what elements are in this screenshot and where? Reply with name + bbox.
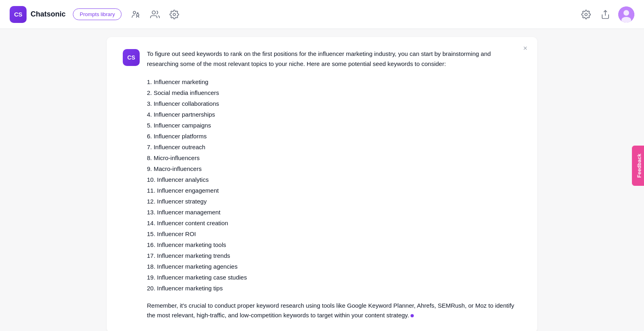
header-nav-icons bbox=[130, 8, 180, 21]
typing-indicator bbox=[411, 314, 414, 317]
svg-point-2 bbox=[152, 11, 155, 14]
svg-point-4 bbox=[585, 13, 587, 16]
message-intro: To figure out seed keywords to rank on t… bbox=[147, 49, 521, 69]
list-item: 20. Influencer marketing tips bbox=[147, 283, 521, 294]
settings-right-icon[interactable] bbox=[580, 8, 592, 21]
list-item: 10. Influencer analytics bbox=[147, 174, 521, 185]
svg-point-3 bbox=[173, 13, 175, 16]
message-footer: Remember, it's crucial to conduct proper… bbox=[147, 301, 521, 321]
svg-point-0 bbox=[133, 11, 136, 14]
message-body: To figure out seed keywords to rank on t… bbox=[147, 49, 521, 321]
header-right bbox=[580, 6, 634, 23]
bot-avatar: CS bbox=[123, 49, 140, 66]
prompts-library-button[interactable]: Prompts library bbox=[73, 8, 122, 20]
list-item: 14. Influencer content creation bbox=[147, 218, 521, 228]
feedback-tab[interactable]: Feedback bbox=[632, 146, 644, 186]
list-item: 19. Influencer marketing case studies bbox=[147, 272, 521, 283]
main-content: × CS To figure out seed keywords to rank… bbox=[0, 29, 644, 331]
persona-icon[interactable] bbox=[130, 8, 142, 21]
message-row: CS To figure out seed keywords to rank o… bbox=[123, 49, 521, 321]
list-item: 6. Influencer platforms bbox=[147, 131, 521, 142]
list-item: 11. Influencer engagement bbox=[147, 185, 521, 196]
list-item: 18. Influencer marketing agencies bbox=[147, 261, 521, 272]
list-item: 8. Micro-influencers bbox=[147, 152, 521, 163]
list-item: 16. Influencer marketing tools bbox=[147, 239, 521, 250]
list-item: 3. Influencer collaborations bbox=[147, 98, 521, 109]
svg-point-1 bbox=[136, 14, 139, 16]
list-item: 12. Influencer strategy bbox=[147, 196, 521, 207]
avatar[interactable] bbox=[618, 6, 634, 23]
keyword-list: 1. Influencer marketing2. Social media i… bbox=[147, 76, 521, 294]
list-item: 17. Influencer marketing trends bbox=[147, 250, 521, 261]
list-item: 9. Macro-influencers bbox=[147, 163, 521, 174]
list-item: 1. Influencer marketing bbox=[147, 76, 521, 87]
list-item: 5. Influencer campaigns bbox=[147, 120, 521, 131]
chat-panel: × CS To figure out seed keywords to rank… bbox=[107, 37, 537, 331]
list-item: 4. Influencer partnerships bbox=[147, 109, 521, 120]
app-header: CS Chatsonic Prompts library bbox=[0, 0, 644, 29]
gear-icon[interactable] bbox=[168, 8, 180, 21]
close-button[interactable]: × bbox=[520, 43, 531, 54]
list-item: 7. Influencer outreach bbox=[147, 142, 521, 152]
list-item: 13. Influencer management bbox=[147, 207, 521, 218]
app-logo: CS bbox=[10, 6, 27, 23]
list-item: 2. Social media influencers bbox=[147, 87, 521, 98]
svg-point-7 bbox=[623, 10, 629, 16]
logo-area: CS Chatsonic bbox=[10, 6, 66, 23]
app-name: Chatsonic bbox=[31, 10, 66, 19]
avatar-image bbox=[618, 6, 634, 23]
list-item: 15. Influencer ROI bbox=[147, 228, 521, 239]
community-icon[interactable] bbox=[149, 8, 161, 21]
share-icon[interactable] bbox=[599, 8, 612, 21]
